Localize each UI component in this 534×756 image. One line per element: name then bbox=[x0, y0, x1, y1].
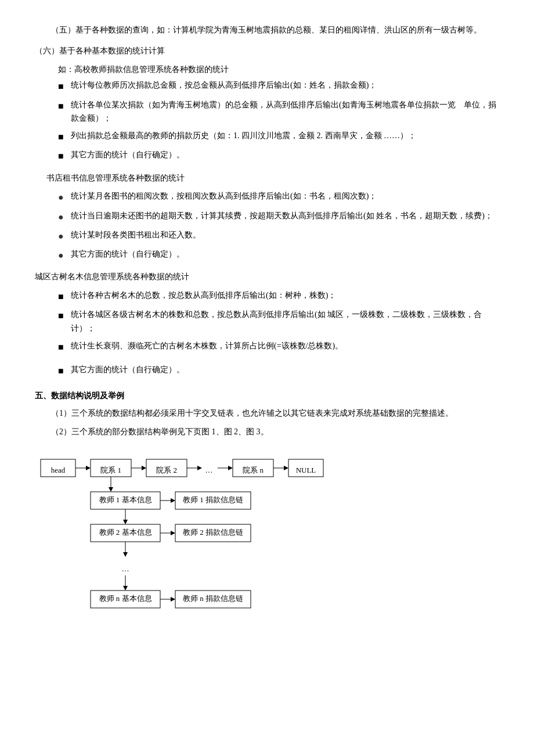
dots-label: … bbox=[205, 466, 213, 474]
list-item: ■ 统计各城区各级古树名木的株数和总数，按总数从高到低排序后输出(如 城区，一级… bbox=[35, 308, 499, 336]
bullet-text: 统计某月各图书的租阅次数，按租阅次数从高到低排序后输出(如：书名，租阅次数)； bbox=[71, 189, 377, 203]
svg-marker-10 bbox=[228, 466, 233, 470]
bullet-text: 统计每位教师历次捐款总金额，按总金额从高到低排序后输出(如：姓名，捐款金额)； bbox=[71, 78, 377, 92]
list-item: ■ 统计每位教师历次捐款总金额，按总金额从高到低排序后输出(如：姓名，捐款金额)… bbox=[35, 78, 499, 94]
section5-p2: （2）三个系统的部分数据结构举例见下页图 1、图 2、图 3。 bbox=[35, 425, 499, 439]
svg-marker-25 bbox=[171, 531, 175, 535]
list-item: ■ 统计各种古树名木的总数，按总数从高到低排序后输出(如：树种，株数)； bbox=[35, 289, 499, 304]
diagram-container: head 院系 1 院系 2 … 院系 n NULL bbox=[35, 448, 499, 673]
section-five-text: （五）基于各种数据的查询，如：计算机学院为青海玉树地震捐款的总额、某日的租阅详情… bbox=[35, 23, 499, 37]
bullet-text: 其它方面的统计（自行确定）。 bbox=[71, 363, 185, 377]
dots-middle: … bbox=[122, 564, 129, 573]
teachern-chain: 教师 n 捐款信息链 bbox=[183, 594, 243, 603]
section-six-title: （六）基于各种基本数据的统计计算 bbox=[35, 44, 499, 58]
bullet-square-icon: ■ bbox=[58, 129, 68, 145]
list-item: ● 统计当日逾期未还图书的超期天数，计算其续费，按超期天数从高到低排序后输出(如… bbox=[35, 209, 499, 225]
section-city: 城区古树名木信息管理系统各种数据的统计 ■ 统计各种古树名木的总数，按总数从高到… bbox=[35, 270, 499, 379]
bullet-square-icon: ■ bbox=[58, 289, 68, 304]
null-label: NULL bbox=[296, 466, 316, 474]
svg-marker-8 bbox=[197, 466, 202, 470]
bullet-text: 统计各单位某次捐款（如为青海玉树地震）的总金额，从高到低排序后输出(如青海玉树地… bbox=[71, 98, 499, 126]
diagram-svg: head 院系 1 院系 2 … 院系 n NULL bbox=[35, 448, 488, 668]
section-bookstore: 书店租书信息管理系统各种数据的统计 ● 统计某月各图书的租阅次数，按租阅次数从高… bbox=[35, 171, 499, 264]
section-six: （六）基于各种基本数据的统计计算 如：高校教师捐款信息管理系统各种数据的统计 ■… bbox=[35, 44, 499, 164]
bullet-text: 统计生长衰弱、濒临死亡的古树名木株数，计算所占比例(=该株数/总株数)。 bbox=[71, 339, 343, 353]
bullet-text: 其它方面的统计（自行确定）。 bbox=[71, 148, 185, 162]
bullet-square-icon: ■ bbox=[58, 363, 68, 379]
section-5-header: 五、数据结构说明及举例 （1）三个系统的数据结构都必须采用十字交叉链表，也允许辅… bbox=[35, 389, 499, 438]
bullet-circle-icon: ● bbox=[58, 247, 68, 263]
head-label: head bbox=[51, 466, 66, 474]
dept1-label: 院系 1 bbox=[100, 466, 121, 474]
deptn-label: 院系 n bbox=[243, 466, 264, 474]
list-item: ■ 统计各单位某次捐款（如为青海玉树地震）的总金额，从高到低排序后输出(如青海玉… bbox=[35, 98, 499, 126]
svg-marker-5 bbox=[142, 466, 146, 470]
teacher1-basic: 教师 1 基本信息 bbox=[99, 495, 152, 504]
list-item: ■ 列出捐款总金额最高的教师的捐款历史（如：1. 四川汶川地震，金额 2. 西南… bbox=[35, 129, 499, 145]
dept2-label: 院系 2 bbox=[156, 466, 177, 474]
list-item: ● 其它方面的统计（自行确定）。 bbox=[35, 247, 499, 263]
svg-marker-13 bbox=[284, 466, 288, 470]
bullet-text: 列出捐款总金额最高的教师的捐款历史（如：1. 四川汶川地震，金额 2. 西南旱灾… bbox=[71, 129, 416, 143]
list-item: ■ 统计生长衰弱、濒临死亡的古树名木株数，计算所占比例(=该株数/总株数)。 bbox=[35, 339, 499, 355]
bullet-circle-icon: ● bbox=[58, 189, 68, 205]
list-item: ● 统计某月各图书的租阅次数，按租阅次数从高到低排序后输出(如：书名，租阅次数)… bbox=[35, 189, 499, 205]
bullet-text: 统计当日逾期未还图书的超期天数，计算其续费，按超期天数从高到低排序后输出(如 姓… bbox=[71, 209, 493, 223]
bullet-text: 其它方面的统计（自行确定）。 bbox=[71, 247, 185, 261]
svg-marker-33 bbox=[171, 597, 175, 602]
bullet-circle-icon: ● bbox=[58, 228, 68, 244]
bullet-text: 统计各城区各级古树名木的株数和总数，按总数从高到低排序后输出(如 城区，一级株数… bbox=[71, 308, 499, 336]
section5-p1: （1）三个系统的数据结构都必须采用十字交叉链表，也允许辅之以其它链表来完成对系统… bbox=[35, 406, 499, 420]
teacher1-chain: 教师 1 捐款信息链 bbox=[183, 495, 243, 504]
section5-title: 五、数据结构说明及举例 bbox=[35, 389, 499, 403]
svg-marker-28 bbox=[123, 552, 128, 557]
bullet-square-icon: ■ bbox=[58, 308, 68, 323]
bullet-square-icon: ■ bbox=[58, 339, 68, 355]
bullet-text: 统计某时段各类图书租出和还入数。 bbox=[71, 228, 201, 242]
svg-marker-30 bbox=[123, 586, 128, 591]
bullet-square-icon: ■ bbox=[58, 78, 68, 94]
svg-marker-16 bbox=[109, 487, 113, 492]
svg-marker-22 bbox=[123, 520, 128, 524]
svg-marker-19 bbox=[171, 498, 175, 503]
bullet-square-icon: ■ bbox=[58, 98, 68, 114]
teacher2-chain: 教师 2 捐款信息链 bbox=[183, 528, 243, 537]
bookstore-title: 书店租书信息管理系统各种数据的统计 bbox=[35, 171, 499, 185]
teacher2-basic: 教师 2 基本信息 bbox=[99, 528, 152, 537]
list-item: ■ 其它方面的统计（自行确定）。 bbox=[35, 363, 499, 379]
list-item: ■ 其它方面的统计（自行确定）。 bbox=[35, 148, 499, 164]
list-item: ● 统计某时段各类图书租出和还入数。 bbox=[35, 228, 499, 244]
section-five: （五）基于各种数据的查询，如：计算机学院为青海玉树地震捐款的总额、某日的租阅详情… bbox=[35, 23, 499, 37]
bullet-square-icon: ■ bbox=[58, 148, 68, 164]
svg-marker-2 bbox=[86, 466, 91, 470]
teachern-basic: 教师 n 基本信息 bbox=[99, 594, 152, 603]
city-title: 城区古树名木信息管理系统各种数据的统计 bbox=[35, 270, 499, 284]
section-six-sub: 如：高校教师捐款信息管理系统各种数据的统计 bbox=[35, 63, 499, 77]
bullet-circle-icon: ● bbox=[58, 209, 68, 225]
bullet-text: 统计各种古树名木的总数，按总数从高到低排序后输出(如：树种，株数)； bbox=[71, 289, 336, 303]
